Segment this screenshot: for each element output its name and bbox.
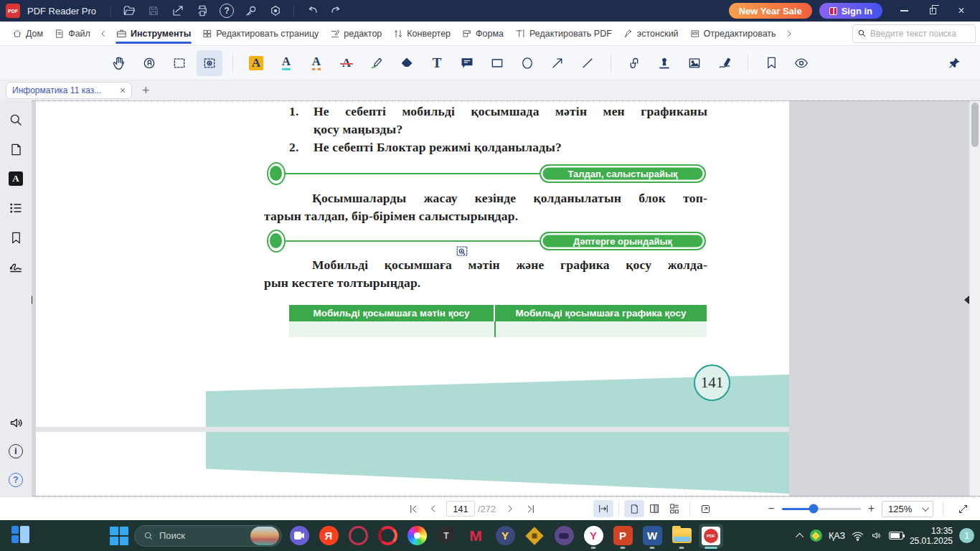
taskbar-mail-ru[interactable]: М [463, 524, 488, 548]
zoom-area-tool-button[interactable] [197, 50, 222, 76]
zoom-slider-thumb[interactable] [809, 504, 818, 514]
start-button[interactable] [109, 526, 129, 546]
text-select-tool-button[interactable] [136, 50, 162, 76]
menu-redact[interactable]: Отредактировать [685, 22, 781, 45]
document-tab[interactable]: Информатика 11 каз... × [6, 82, 132, 99]
zoom-slider[interactable] [782, 508, 861, 510]
squiggly-tool-button[interactable]: A [303, 50, 329, 76]
menu-search-box[interactable] [852, 24, 976, 43]
taskbar-yandex-browser[interactable]: Y [581, 524, 606, 548]
save-button[interactable] [143, 1, 164, 20]
minimize-button[interactable] [890, 1, 918, 20]
sidebar-search-button[interactable] [6, 110, 25, 129]
tab-close-icon[interactable]: × [120, 85, 126, 95]
view-eye-button[interactable] [788, 50, 814, 76]
stamp-tool-button[interactable] [651, 50, 677, 76]
menu-edit-page[interactable]: Редактировать страницу [197, 22, 324, 45]
sign-in-button[interactable]: Sign in [819, 3, 882, 19]
keyboard-language-button[interactable]: ҚАЗ [829, 531, 845, 541]
hand-tool-button[interactable] [106, 50, 132, 76]
fit-width-button[interactable] [593, 500, 613, 517]
menu-estonian[interactable]: эстонский [618, 22, 684, 45]
notification-badge[interactable]: 1 [959, 528, 974, 543]
taskbar-photos-app[interactable] [405, 524, 429, 548]
info-button[interactable]: i [6, 442, 25, 461]
arrow-tool-button[interactable] [545, 50, 570, 76]
redo-button[interactable] [326, 1, 347, 20]
taskbar-powerpoint[interactable]: P [611, 524, 635, 548]
search-input[interactable] [870, 29, 956, 39]
last-page-button[interactable] [520, 500, 540, 517]
taskbar-yandex-browser-red[interactable]: Я [316, 524, 341, 548]
print-button[interactable] [192, 1, 213, 20]
taskbar-world-of-tanks[interactable]: T [434, 524, 458, 548]
link-tool-button[interactable] [621, 50, 647, 76]
sidebar-signature-button[interactable] [6, 258, 25, 276]
help-circle-button[interactable]: ? [6, 471, 25, 489]
signature-tool-button[interactable] [712, 50, 738, 76]
comment-tool-button[interactable] [454, 50, 480, 76]
taskbar-meet-app[interactable] [287, 524, 311, 548]
right-panel-handle[interactable] [964, 296, 969, 304]
first-page-button[interactable] [403, 500, 423, 517]
rectangle-tool-button[interactable] [484, 50, 510, 76]
zoom-out-button[interactable]: − [765, 502, 777, 515]
text-tool-button[interactable]: T [424, 50, 450, 76]
line-tool-button[interactable] [575, 50, 600, 76]
new-year-sale-button[interactable]: New Year Sale [729, 3, 812, 19]
undo-button[interactable] [301, 1, 323, 20]
sidebar-bookmarks-button[interactable] [6, 228, 25, 247]
close-button[interactable]: × [947, 1, 976, 20]
marquee-select-tool-button[interactable] [166, 50, 192, 76]
tray-antivirus-icon[interactable] [810, 529, 822, 542]
strikeout-tool-button[interactable]: A [334, 50, 359, 76]
menu-home[interactable]: Дом [7, 22, 48, 45]
ink-pen-tool-button[interactable] [364, 50, 390, 76]
grid-view-button[interactable] [664, 500, 684, 517]
taskbar-games-app[interactable] [552, 524, 576, 548]
zoom-in-button[interactable]: + [865, 502, 877, 515]
vertical-scrollbar[interactable] [969, 100, 980, 496]
sidebar-outline-button[interactable] [6, 199, 25, 217]
highlight-tool-button[interactable]: A [243, 50, 269, 76]
settings-gear-button[interactable] [265, 1, 286, 20]
bookmark-tool-button[interactable] [758, 50, 784, 76]
pop-out-view-button[interactable] [695, 500, 715, 517]
menu-scroll-right-button[interactable] [783, 29, 796, 38]
menu-scroll-left-button[interactable] [97, 29, 110, 38]
document-view[interactable]: 1. Не себепті мобильді қосымшада мәтін м… [32, 100, 980, 496]
menu-file[interactable]: Файл [50, 22, 95, 45]
menu-tools[interactable]: Инструменты [111, 22, 196, 45]
underline-tool-button[interactable]: A [273, 50, 299, 76]
read-aloud-button[interactable] [6, 413, 25, 432]
volume-icon[interactable] [870, 530, 882, 541]
menu-editor[interactable]: редактор [325, 22, 387, 45]
menu-form[interactable]: Форма [457, 22, 509, 45]
new-tab-button[interactable]: + [139, 84, 153, 97]
wifi-icon[interactable] [852, 531, 864, 541]
image-tool-button[interactable] [682, 50, 707, 76]
taskbar-gold-emblem-app[interactable] [522, 524, 547, 548]
menu-converter[interactable]: Конвертер [388, 22, 456, 45]
sidebar-thumbnails-button[interactable] [6, 140, 25, 159]
taskbar-opera-gx[interactable] [346, 524, 370, 548]
previous-page-button[interactable] [423, 500, 443, 517]
share-button[interactable] [167, 1, 189, 20]
taskbar-file-explorer[interactable] [669, 524, 694, 548]
widgets-button[interactable] [11, 526, 30, 543]
single-page-view-button[interactable] [624, 500, 644, 517]
taskbar-search-box[interactable]: Поиск [134, 525, 282, 547]
open-file-button[interactable] [118, 1, 140, 20]
pin-toolbar-button[interactable] [941, 50, 967, 76]
ellipse-tool-button[interactable] [514, 50, 540, 76]
taskbar-yandex-services[interactable]: Y [493, 524, 517, 548]
battery-icon[interactable] [889, 532, 903, 540]
taskbar-pdf-reader-active[interactable]: PDF [699, 524, 723, 548]
tray-expand-chevron[interactable] [796, 532, 804, 540]
two-page-view-button[interactable] [644, 500, 664, 517]
help-button[interactable]: ? [216, 1, 237, 20]
zoom-level-dropdown[interactable]: 125% [882, 501, 933, 517]
taskbar-opera[interactable] [375, 524, 400, 548]
menu-edit-pdf[interactable]: Редактировать PDF [510, 22, 617, 45]
restore-button[interactable] [918, 1, 947, 20]
